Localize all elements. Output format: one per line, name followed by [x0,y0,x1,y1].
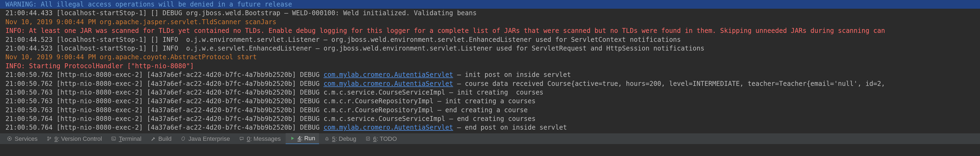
source-link[interactable]: com.mylab.cromero.AutentiaServlet [323,80,453,88]
log-line[interactable]: 21:00:50.763 [http-nio-8080-exec-2] [4a3… [0,97,980,105]
log-text: – end post on inside servlet [453,124,567,131]
log-text: 21:00:44.433 [localhost-startStop-1] [] … [5,9,477,17]
log-line[interactable]: INFO: Starting ProtocolHandler ["http-ni… [0,62,980,70]
tab-javaee[interactable]: Java Enterprise [177,134,234,144]
tab-todo[interactable]: 6: TODO [361,134,401,144]
log-text: 21:00:50.762 [http-nio-8080-exec-2] [4a3… [5,80,323,88]
svg-point-7 [326,138,328,140]
log-line[interactable]: Nov 10, 2019 9:00:44 PM org.apache.jaspe… [0,18,980,26]
tab-vcs[interactable]: 9: Version Control [42,134,106,144]
services-icon [6,135,13,142]
tool-window-bar: Services9: Version ControlTerminalBuildJ… [0,133,980,144]
source-link[interactable]: com.mylab.cromero.AutentiaServlet [323,124,453,131]
log-line[interactable]: 21:00:50.763 [http-nio-8080-exec-2] [4a3… [0,106,980,115]
log-line[interactable]: INFO: At least one JAR was scanned for T… [0,26,980,35]
log-line[interactable]: 21:00:44.523 [localhost-startStop-1] [] … [0,35,980,44]
log-text: 21:00:50.764 [http-nio-8080-exec-2] [4a3… [5,124,323,131]
tab-label: Java Enterprise [188,135,230,143]
tab-label: 6: TODO [373,135,397,143]
log-line[interactable]: 21:00:50.763 [http-nio-8080-exec-2] [4a3… [0,88,980,97]
run-icon [290,135,296,141]
log-line[interactable]: 21:00:50.762 [http-nio-8080-exec-2] [4a3… [0,70,980,79]
tab-messages[interactable]: 0: Messages [235,134,285,144]
log-text: – init post on inside servlet [453,71,571,78]
bean-icon [180,135,186,142]
svg-point-6 [181,137,185,141]
hammer-icon [150,135,156,142]
log-line[interactable]: 21:00:50.762 [http-nio-8080-exec-2] [4a3… [0,80,980,88]
tab-label: 9: Version Control [54,135,102,143]
messages-icon [239,135,245,142]
log-text: 21:00:50.762 [http-nio-8080-exec-2] [4a3… [5,71,323,78]
tab-label: Services [15,135,38,143]
log-line[interactable]: Nov 10, 2019 9:00:44 PM org.apache.coyot… [0,53,980,61]
svg-point-4 [50,137,51,138]
todo-icon [365,135,371,142]
tab-services[interactable]: Services [3,134,41,144]
tab-label: 4: Run [298,134,315,142]
tab-label: 0: Messages [247,135,281,143]
tab-label: 5: Debug [332,135,356,143]
tab-label: Build [158,135,172,143]
log-line[interactable]: 21:00:44.523 [localhost-startStop-1] [] … [0,44,980,53]
tab-terminal[interactable]: Terminal [107,134,145,144]
tab-build[interactable]: Build [146,134,175,144]
log-text: – course data received Course{active=tru… [453,80,885,88]
console-output[interactable]: WARNING: All illegal access operations w… [0,0,980,133]
tab-run[interactable]: 4: Run [286,133,319,144]
branch-icon [46,135,52,142]
log-line[interactable]: 21:00:50.764 [http-nio-8080-exec-2] [4a3… [0,115,980,123]
svg-point-3 [48,139,49,140]
tab-debug[interactable]: 5: Debug [320,134,360,144]
svg-rect-5 [112,137,116,140]
svg-point-2 [48,137,49,138]
debug-icon [324,135,330,142]
terminal-icon [111,135,116,142]
log-line[interactable]: 21:00:50.764 [http-nio-8080-exec-2] [4a3… [0,123,980,132]
svg-point-1 [9,138,10,139]
log-line[interactable]: 21:00:44.433 [localhost-startStop-1] [] … [0,9,980,18]
log-line[interactable]: WARNING: All illegal access operations w… [0,0,980,9]
source-link[interactable]: com.mylab.cromero.AutentiaServlet [323,71,453,78]
tab-label: Terminal [119,135,141,143]
